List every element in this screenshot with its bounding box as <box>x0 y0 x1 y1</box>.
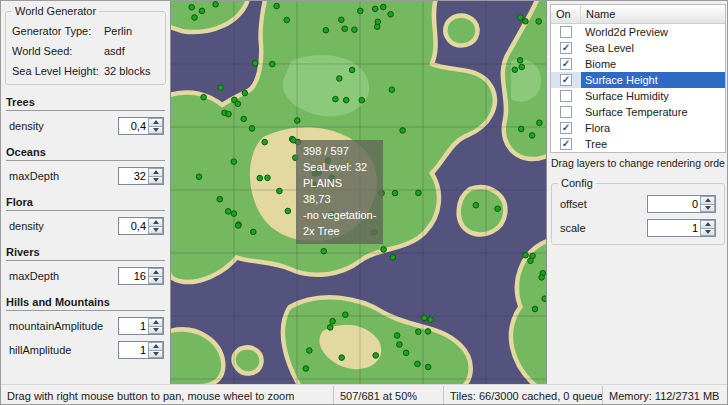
layer-checkbox[interactable]: ✓ <box>560 42 572 54</box>
info-row-generator-type: Generator Type:Perlin <box>12 25 159 37</box>
layer-checkbox-cell <box>551 104 581 120</box>
layer-row-flora[interactable]: ✓Flora <box>551 120 725 136</box>
left-panel: World Generator Generator Type:PerlinWor… <box>1 1 170 384</box>
layer-checkbox[interactable] <box>560 26 572 38</box>
layer-row-sea-level[interactable]: ✓Sea Level <box>551 40 725 56</box>
hills-and-mountains-hillamplitude-spin-up-button[interactable] <box>148 342 163 351</box>
layer-name: Flora <box>581 120 725 136</box>
layer-checkbox-cell: ✓ <box>551 72 581 88</box>
tooltip-line: -no vegetation- <box>303 207 376 223</box>
config-offset-spin-up-button[interactable] <box>700 196 715 205</box>
info-value: 32 blocks <box>104 65 159 77</box>
info-label: Generator Type: <box>12 25 104 37</box>
config-scale-input[interactable] <box>648 220 700 236</box>
layer-checkbox[interactable] <box>560 106 572 118</box>
tooltip-line: 398 / 597 <box>303 143 376 159</box>
hills-and-mountains-mountainamplitude-spinner <box>118 317 164 335</box>
layer-row-surface-temperature[interactable]: Surface Temperature <box>551 104 725 120</box>
tooltip-line: 38,73 <box>303 191 376 207</box>
flora-density-spin-down-button[interactable] <box>148 227 163 235</box>
oceans-maxdepth-spin-up-button[interactable] <box>148 168 163 177</box>
world-generator-app: World Generator Generator Type:PerlinWor… <box>0 0 728 405</box>
oceans-maxdepth-input[interactable] <box>119 168 148 184</box>
config-scale-spin-buttons <box>700 220 715 236</box>
layer-row-world2d-preview[interactable]: World2d Preview <box>551 24 725 40</box>
layer-checkbox[interactable]: ✓ <box>560 138 572 150</box>
layer-name: Tree <box>581 136 725 152</box>
spin-up-icon <box>705 198 711 202</box>
map-view[interactable]: 398 / 597SeaLevel: 32PLAINS38,73-no vege… <box>170 1 547 384</box>
config-scale-spin-down-button[interactable] <box>700 229 715 237</box>
rivers-maxdepth-input[interactable] <box>119 268 148 284</box>
flora-density-input[interactable] <box>119 218 148 234</box>
layer-checkbox[interactable]: ✓ <box>560 58 572 70</box>
config-offset-spin-down-button[interactable] <box>700 205 715 213</box>
rivers-maxdepth-spin-up-button[interactable] <box>148 268 163 277</box>
status-segment-1: 507/681 at 50% <box>333 386 443 405</box>
layer-checkbox[interactable]: ✓ <box>560 122 572 134</box>
oceans-maxdepth-spinner <box>118 167 164 185</box>
status-segment-0: Drag with right mouse button to pan, mou… <box>1 386 333 405</box>
tooltip-line: PLAINS <box>303 175 376 191</box>
config-title: Config <box>558 177 596 189</box>
hills-and-mountains-hillamplitude-input[interactable] <box>119 342 148 358</box>
tooltip-line: 2x Tree <box>303 223 376 239</box>
field-row-mountainamplitude: mountainAmplitude <box>9 317 164 335</box>
layer-name: Surface Temperature <box>581 104 725 120</box>
layer-row-surface-humidity[interactable]: Surface Humidity <box>551 88 725 104</box>
config-rows: offsetscale <box>558 195 718 237</box>
field-label: mountainAmplitude <box>9 320 103 332</box>
field-label: scale <box>560 222 586 234</box>
config-offset-input[interactable] <box>648 196 700 212</box>
spin-up-icon <box>153 320 159 324</box>
config-field-scale: scale <box>560 219 716 237</box>
spin-up-icon <box>153 220 159 224</box>
field-row-maxdepth: maxDepth <box>9 167 164 185</box>
map-tooltip: 398 / 597SeaLevel: 32PLAINS38,73-no vege… <box>296 140 383 244</box>
hills-and-mountains-mountainamplitude-spin-up-button[interactable] <box>148 318 163 327</box>
layer-checkbox[interactable] <box>560 90 572 102</box>
rivers-maxdepth-spin-down-button[interactable] <box>148 277 163 285</box>
section-title: Trees <box>6 96 165 111</box>
oceans-maxdepth-spin-down-button[interactable] <box>148 177 163 185</box>
layer-checkbox-cell <box>551 88 581 104</box>
status-segment-2: Tiles: 66/3000 cached, 0 queued <box>443 386 602 405</box>
spin-up-icon <box>153 120 159 124</box>
spin-down-icon <box>153 228 159 232</box>
layer-checkbox[interactable]: ✓ <box>560 74 572 86</box>
spin-down-icon <box>153 128 159 132</box>
trees-density-input[interactable] <box>119 118 148 134</box>
field-label: offset <box>560 198 587 210</box>
spin-down-icon <box>153 278 159 282</box>
column-header-name[interactable]: Name <box>581 5 725 23</box>
flora-density-spin-up-button[interactable] <box>148 218 163 227</box>
layer-name: Surface Height <box>581 72 725 88</box>
hills-and-mountains-hillamplitude-spinner <box>118 341 164 359</box>
config-scale-spin-up-button[interactable] <box>700 220 715 229</box>
section-title: Hills and Mountains <box>6 296 165 311</box>
layer-checkbox-cell: ✓ <box>551 56 581 72</box>
hills-and-mountains-hillamplitude-spin-buttons <box>148 342 163 358</box>
layer-row-biome[interactable]: ✓Biome <box>551 56 725 72</box>
hills-and-mountains-hillamplitude-spin-down-button[interactable] <box>148 351 163 359</box>
layer-row-tree[interactable]: ✓Tree <box>551 136 725 152</box>
status-bar: Drag with right mouse button to pan, mou… <box>1 384 728 405</box>
world-generator-groupbox: World Generator Generator Type:PerlinWor… <box>5 5 166 85</box>
section-hills-and-mountains: Hills and MountainsmountainAmplitudehill… <box>1 296 170 359</box>
trees-density-spin-up-button[interactable] <box>148 118 163 127</box>
flora-density-spinner <box>118 217 164 235</box>
layer-row-surface-height[interactable]: ✓Surface Height <box>551 72 725 88</box>
trees-density-spinner <box>118 117 164 135</box>
right-panel: On Name World2d Preview✓Sea Level✓Biome✓… <box>547 1 728 384</box>
layer-name: Surface Humidity <box>581 88 725 104</box>
layer-name: World2d Preview <box>581 24 725 40</box>
world-generator-rows: Generator Type:PerlinWorld Seed:asdfSea … <box>12 25 159 77</box>
section-trees: Treesdensity <box>1 96 170 135</box>
spin-down-icon <box>153 178 159 182</box>
trees-density-spin-down-button[interactable] <box>148 127 163 135</box>
hills-and-mountains-mountainamplitude-spin-down-button[interactable] <box>148 327 163 335</box>
rivers-maxdepth-spinner <box>118 267 164 285</box>
column-header-on[interactable]: On <box>551 5 581 23</box>
hills-and-mountains-mountainamplitude-input[interactable] <box>119 318 148 334</box>
layer-checkbox-cell: ✓ <box>551 120 581 136</box>
